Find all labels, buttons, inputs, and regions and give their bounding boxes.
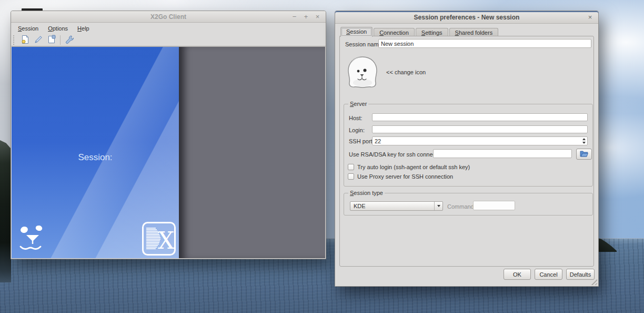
rsa-key-label: Use RSA/DSA key for ssh connection:: [349, 151, 447, 158]
ok-button[interactable]: OK: [504, 269, 531, 280]
server-legend: Server: [348, 101, 368, 107]
toolbar-drag-handle[interactable]: [13, 35, 16, 45]
session-panel-title: Session:: [12, 152, 179, 163]
new-session-button[interactable]: [18, 34, 32, 46]
combobox-value: KDE: [350, 203, 434, 209]
session-icon[interactable]: [345, 55, 380, 90]
login-label: Login:: [349, 127, 365, 133]
svg-text:X: X: [158, 227, 175, 254]
minimize-button[interactable]: −: [291, 13, 298, 20]
menu-item-help[interactable]: Help: [73, 24, 94, 33]
session-management-button[interactable]: [45, 34, 58, 46]
menubar: Session Options Help: [11, 23, 326, 34]
edit-session-button[interactable]: [32, 34, 45, 46]
cancel-button[interactable]: Cancel: [535, 269, 562, 280]
command-label: Command:: [447, 203, 476, 210]
chevron-down-icon: [437, 205, 440, 207]
spin-down-button[interactable]: [582, 142, 586, 144]
session-preferences-dialog: Session preferences - New session × Sess…: [335, 11, 599, 287]
command-input[interactable]: [473, 201, 515, 210]
rsa-key-input[interactable]: [433, 149, 572, 158]
combobox-arrow: [434, 202, 442, 210]
maximize-button[interactable]: +: [303, 13, 309, 20]
new-session-icon: [21, 35, 30, 45]
menu-item-options[interactable]: Options: [43, 24, 73, 33]
session-name-label: Session name:: [345, 41, 384, 47]
x2go-logo: X: [142, 221, 176, 257]
client-titlebar[interactable]: X2Go Client − + ×: [11, 11, 326, 23]
session-name-input[interactable]: [378, 39, 591, 48]
toolbar: [11, 34, 326, 46]
host-label: Host:: [349, 115, 363, 121]
spin-up-button[interactable]: [582, 138, 586, 140]
wallpaper-cliff: [0, 140, 11, 282]
login-input[interactable]: [372, 125, 588, 133]
proxy-label: Use Proxy server for SSH connection: [357, 173, 453, 180]
client-window-title: X2Go Client: [11, 11, 326, 22]
tab-session[interactable]: Session: [340, 27, 373, 37]
auto-login-label: Try auto login (ssh-agent or default ssh…: [357, 164, 470, 170]
dialog-titlebar[interactable]: Session preferences - New session ×: [335, 11, 598, 24]
tab-content-frame: Session name: << change icon Server Host…: [339, 36, 594, 267]
proxy-checkbox[interactable]: [348, 173, 354, 180]
host-input[interactable]: [372, 113, 588, 121]
close-button[interactable]: ×: [314, 13, 321, 20]
session-type-group: Session type KDE Command:: [344, 193, 593, 216]
server-group: Server Host: Login: SSH port: Use RSA/DS…: [344, 104, 593, 187]
seal-face-icon: [18, 224, 48, 255]
settings-button[interactable]: [63, 34, 76, 46]
ssh-port-label: SSH port:: [349, 138, 374, 144]
ssh-port-spinner: [580, 137, 587, 145]
settings-wrench-icon: [65, 35, 74, 45]
browse-key-button[interactable]: [576, 149, 592, 160]
defaults-button[interactable]: Defaults: [566, 269, 595, 280]
ssh-port-input[interactable]: [372, 136, 588, 145]
toolbar-separator: [60, 35, 61, 45]
change-icon-label: << change icon: [386, 69, 426, 75]
session-management-icon: [47, 35, 56, 45]
session-list-panel: [179, 47, 325, 258]
client-window: X2Go Client − + × Session Options Help: [11, 11, 326, 259]
dialog-title: Session preferences - New session: [335, 11, 598, 23]
client-content: Session:: [12, 46, 325, 258]
folder-icon: [580, 150, 588, 158]
menu-item-session[interactable]: Session: [13, 24, 43, 33]
auto-login-checkbox[interactable]: [348, 164, 354, 170]
session-type-legend: Session type: [348, 190, 385, 196]
dialog-close-button[interactable]: ×: [587, 14, 593, 21]
edit-session-icon: [34, 35, 43, 45]
session-panel: Session:: [12, 47, 179, 258]
session-type-combobox[interactable]: KDE: [350, 201, 443, 211]
